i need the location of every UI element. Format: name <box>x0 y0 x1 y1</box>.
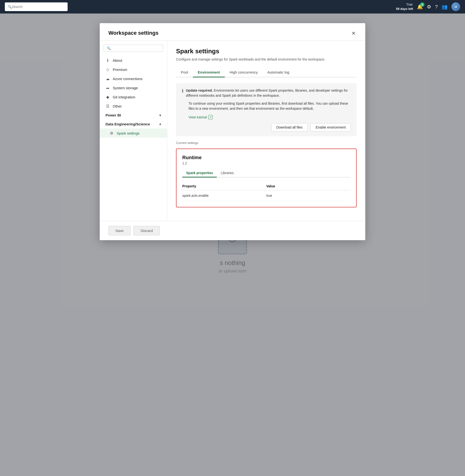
table-row: spark.acls.enable true <box>182 190 350 201</box>
trial-info: Trial: 59 days left <box>396 2 413 11</box>
sidebar-item-storage-label: System storage <box>113 86 138 90</box>
modal-header: Workspace settings ✕ <box>100 23 365 41</box>
topbar-search-input[interactable] <box>12 5 65 9</box>
sidebar-section-powerbi[interactable]: Power BI ∨ <box>100 111 167 120</box>
sidebar-section-data-engineering[interactable]: Data Engineering/Science ∧ <box>100 120 167 129</box>
sidebar-item-premium[interactable]: ◇ Premium <box>100 65 167 74</box>
content-area: Spark settings Configure and manage sett… <box>167 41 365 221</box>
sidebar-search-input[interactable] <box>113 46 160 50</box>
enable-environment-button[interactable]: Enable environment <box>310 123 351 132</box>
tab-pool[interactable]: Pool <box>176 68 193 77</box>
sidebar-item-about[interactable]: ℹ About <box>100 56 167 65</box>
col-header-value: Value <box>266 184 350 188</box>
sidebar-search-icon: 🔍 <box>107 46 111 50</box>
chevron-up-icon: ∧ <box>159 122 161 126</box>
sidebar-item-git[interactable]: ◆ Git integration <box>100 92 167 101</box>
external-link-icon: ↗ <box>208 115 213 119</box>
gear-icon[interactable]: ⚙ <box>427 4 431 10</box>
tabs: Pool Environment High concurrency Automa… <box>176 68 357 77</box>
sidebar: 🔍 ℹ About ◇ Premium ☁ Azure connections <box>100 41 167 221</box>
sidebar-item-git-label: Git integration <box>113 95 135 99</box>
alert-info-icon: ℹ <box>182 88 183 93</box>
sub-tabs: Spark properties Libraries <box>182 169 350 177</box>
current-settings-label: Current settings <box>176 141 357 145</box>
tab-high-concurrency[interactable]: High concurrency <box>225 68 263 77</box>
sidebar-item-azure-label: Azure connections <box>113 77 142 81</box>
save-button[interactable]: Save <box>108 226 131 235</box>
page-subtitle: Configure and manage settings for Spark … <box>176 57 357 62</box>
alert-body-text: To continue using your existing Spark pr… <box>189 101 351 111</box>
topbar-right: Trial: 59 days left 🔔 3 ⚙ ? 👥 U <box>396 2 460 11</box>
topbar: 🔍 Trial: 59 days left 🔔 3 ⚙ ? 👥 U <box>0 0 465 13</box>
download-all-files-button[interactable]: Download all files <box>271 123 308 132</box>
git-icon: ◆ <box>106 95 110 99</box>
page-title: Spark settings <box>176 48 357 55</box>
topbar-search-box[interactable]: 🔍 <box>5 2 68 11</box>
sidebar-item-other-label: Other <box>113 104 122 108</box>
table-header: Property Value <box>182 182 350 190</box>
property-value: true <box>266 194 350 197</box>
sidebar-item-spark-settings-label: Spark settings <box>116 131 139 135</box>
sidebar-item-azure[interactable]: ☁ Azure connections <box>100 74 167 83</box>
alert-header: ℹ Update required. Environments let user… <box>182 88 351 98</box>
alert-box: ℹ Update required. Environments let user… <box>176 83 357 136</box>
view-tutorial-label: View tutorial <box>189 115 207 119</box>
sidebar-section-data-engineering-label: Data Engineering/Science <box>106 122 150 126</box>
premium-icon: ◇ <box>106 67 110 72</box>
discard-button[interactable]: Discard <box>134 226 160 235</box>
main-area: s nothing or upload som Workspace settin… <box>0 13 465 476</box>
help-icon[interactable]: ? <box>435 4 438 10</box>
alert-heading-text: Update required. Environments let users … <box>186 88 351 98</box>
tab-automatic-log[interactable]: Automatic log <box>263 68 294 77</box>
sidebar-item-about-label: About <box>113 58 122 62</box>
chevron-down-icon: ∨ <box>159 114 161 117</box>
property-name: spark.acls.enable <box>182 194 266 197</box>
runtime-title: Runtime <box>182 155 350 160</box>
runtime-version: 1.2 <box>182 161 350 165</box>
trial-days: 59 days left <box>396 7 413 11</box>
modal-overlay: Workspace settings ✕ 🔍 ℹ About ◇ <box>0 13 465 476</box>
col-header-property: Property <box>182 184 266 188</box>
alert-heading-strong: Update required. <box>186 89 213 92</box>
sidebar-section-powerbi-label: Power BI <box>106 113 121 117</box>
about-icon: ℹ <box>106 58 110 62</box>
sub-tab-libraries[interactable]: Libraries <box>217 169 238 177</box>
modal-close-button[interactable]: ✕ <box>350 30 357 37</box>
sidebar-item-other[interactable]: ☰ Other <box>100 101 167 111</box>
sidebar-item-premium-label: Premium <box>113 68 127 72</box>
modal-footer: Save Discard <box>100 221 365 240</box>
workspace-settings-modal: Workspace settings ✕ 🔍 ℹ About ◇ <box>100 23 365 240</box>
notification-bell-icon[interactable]: 🔔 3 <box>417 4 423 10</box>
sidebar-item-storage[interactable]: ▬ System storage <box>100 83 167 92</box>
azure-icon: ☁ <box>106 76 110 81</box>
avatar[interactable]: U <box>452 2 460 11</box>
spark-settings-icon: ⚙ <box>109 131 114 135</box>
alert-actions: Download all files Enable environment <box>182 123 351 132</box>
notification-badge: 3 <box>420 2 424 7</box>
trial-label: Trial: <box>396 2 413 7</box>
runtime-section: Runtime 1.2 Spark properties Libraries P… <box>176 149 357 207</box>
people-icon[interactable]: 👥 <box>442 4 448 10</box>
tab-environment[interactable]: Environment <box>193 68 225 77</box>
modal-title: Workspace settings <box>108 30 159 36</box>
topbar-search-icon: 🔍 <box>8 5 12 9</box>
sidebar-search-box[interactable]: 🔍 <box>104 45 163 52</box>
property-table: Property Value spark.acls.enable true <box>182 182 350 201</box>
sidebar-item-spark-settings[interactable]: ⚙ Spark settings <box>100 129 167 138</box>
modal-body: 🔍 ℹ About ◇ Premium ☁ Azure connections <box>100 41 365 221</box>
sub-tab-spark-properties[interactable]: Spark properties <box>182 169 217 177</box>
other-icon: ☰ <box>106 104 110 108</box>
view-tutorial-link[interactable]: View tutorial ↗ <box>189 115 351 119</box>
topbar-left: 🔍 <box>5 2 68 11</box>
storage-icon: ▬ <box>106 86 110 90</box>
